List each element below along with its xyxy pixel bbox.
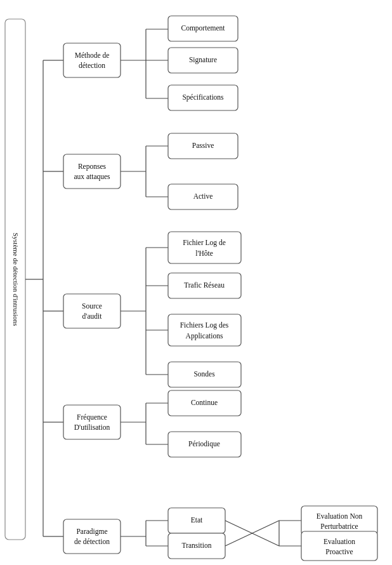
fichiers-log-apps-box (168, 314, 241, 346)
passive-label: Passive (192, 142, 214, 149)
continue-label: Continue (191, 399, 218, 406)
reponses-box (63, 154, 121, 189)
periodique-label: Périodique (188, 440, 220, 448)
eval-proactive-label-1: Evaluation (323, 538, 355, 545)
reponses-label-2: aux attaques (74, 173, 110, 181)
frequence-box (63, 405, 121, 439)
etat-label: Etat (191, 516, 203, 524)
root-label: Système de détection d'intrusions (12, 232, 20, 326)
eval-non-pert-label-2: Perturbatrice (320, 522, 358, 530)
eval-non-pert-label-1: Evaluation Non (317, 512, 363, 520)
fichiers-log-apps-label-2: Applications (186, 332, 223, 340)
fichier-log-hote-box (168, 232, 241, 263)
frequence-label-1: Fréquence (77, 413, 107, 422)
paradigme-box (63, 519, 121, 554)
fichier-log-hote-label-2: l'Hôte (195, 249, 213, 257)
fichiers-log-apps-label-1: Fichiers Log des (180, 321, 229, 329)
trafic-reseau-label: Trafic Réseau (184, 281, 225, 289)
specifications-label: Spécifications (182, 93, 224, 102)
paradigme-label-2: de détection (74, 538, 110, 545)
methode-label-1: Méthode de (75, 51, 110, 59)
source-box (63, 294, 121, 328)
fichier-log-hote-label-1: Fichier Log de (183, 239, 226, 247)
active-label: Active (193, 192, 213, 200)
comportement-label: Comportement (181, 24, 226, 32)
methode-box (63, 43, 121, 77)
methode-label-2: détection (79, 62, 105, 69)
source-label-1: Source (82, 302, 102, 310)
reponses-label-1: Reponses (78, 163, 107, 171)
eval-proactive-box (301, 531, 377, 561)
paradigme-label-1: Paradigme (76, 528, 107, 536)
eval-proactive-label-2: Proactive (325, 548, 353, 555)
sondes-label: Sondes (193, 370, 215, 378)
frequence-label-2: D'utilisation (74, 423, 110, 431)
source-label-2: d'audit (82, 312, 103, 320)
transition-label: Transition (182, 542, 212, 549)
eval-non-pert-box (301, 506, 377, 535)
diagram-container: Système de détection d'intrusions Méthod… (0, 0, 392, 565)
signature-label: Signature (189, 56, 217, 64)
